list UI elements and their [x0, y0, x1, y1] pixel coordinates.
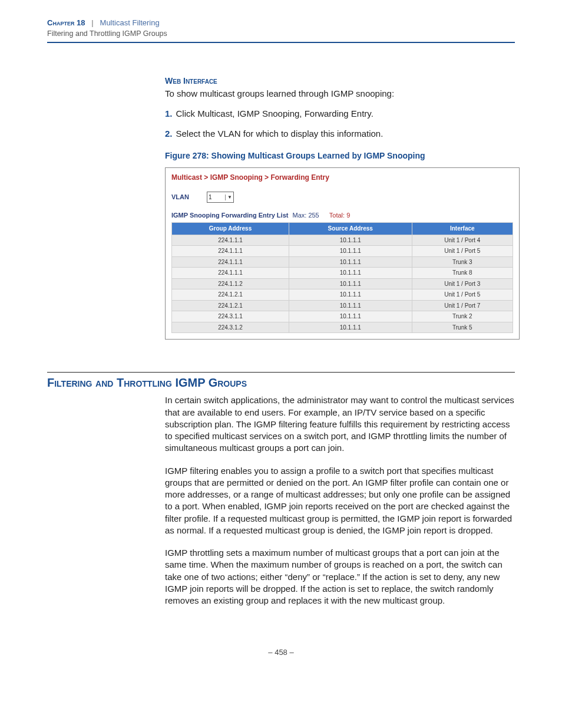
table-cell: 10.1.1.1: [289, 256, 412, 268]
table-cell: Unit 1 / Port 7: [412, 300, 513, 311]
step-2-text: Select the VLAN for which to display thi…: [176, 129, 384, 139]
table-cell: 224.1.1.1: [172, 256, 289, 268]
step-1: 1.Click Multicast, IGMP Snooping, Forwar…: [165, 108, 515, 120]
table-cell: 10.1.1.1: [289, 289, 412, 301]
breadcrumb: Multicast > IGMP Snooping > Forwarding E…: [171, 173, 513, 182]
list-total: Total: 9: [329, 212, 350, 219]
table-cell: 224.1.1.1: [172, 235, 289, 246]
table-cell: 224.1.1.2: [172, 278, 289, 289]
chevron-down-icon: ▼: [225, 195, 232, 201]
chapter-title: Multicast Filtering: [100, 18, 160, 27]
vlan-select-value: 1: [209, 193, 212, 202]
chapter-label: Chapter 18: [47, 18, 85, 27]
col-group: Group Address: [172, 223, 289, 235]
table-cell: Trunk 5: [412, 322, 513, 333]
section-p1: In certain switch applications, the admi…: [165, 394, 515, 454]
table-cell: 10.1.1.1: [289, 311, 412, 322]
table-cell: 10.1.1.1: [289, 322, 412, 333]
table-cell: 224.3.1.2: [172, 322, 289, 333]
table-row: 224.3.1.110.1.1.1Trunk 2: [172, 311, 513, 322]
table-cell: 224.3.1.1: [172, 311, 289, 322]
col-source: Source Address: [289, 223, 412, 235]
table-cell: Unit 1 / Port 4: [412, 235, 513, 246]
col-interface: Interface: [412, 223, 513, 235]
header-rule: [47, 42, 515, 43]
vlan-label: VLAN: [171, 193, 189, 202]
table-row: 224.1.1.110.1.1.1Trunk 3: [172, 256, 513, 268]
table-row: 224.1.1.110.1.1.1Trunk 8: [172, 268, 513, 279]
list-caption: IGMP Snooping Forwarding Entry List Max:…: [171, 211, 513, 220]
table-row: 224.1.1.210.1.1.1Unit 1 / Port 3: [172, 278, 513, 289]
page-number: – 458 –: [47, 648, 515, 657]
list-max: Max: 255: [292, 212, 319, 219]
table-cell: 224.1.1.1: [172, 246, 289, 257]
intro-lead: To show multicast groups learned through…: [165, 88, 515, 100]
table-cell: Trunk 8: [412, 268, 513, 279]
table-cell: 224.1.2.1: [172, 300, 289, 311]
table-cell: Unit 1 / Port 5: [412, 246, 513, 257]
table-cell: Unit 1 / Port 3: [412, 278, 513, 289]
table-cell: 224.1.1.1: [172, 268, 289, 279]
table-cell: Trunk 3: [412, 256, 513, 268]
section-p2: IGMP filtering enables you to assign a p…: [165, 465, 515, 537]
step-2: 2.Select the VLAN for which to display t…: [165, 128, 515, 140]
table-row: 224.3.1.210.1.1.1Trunk 5: [172, 322, 513, 333]
table-cell: 10.1.1.1: [289, 278, 412, 289]
step-1-text: Click Multicast, IGMP Snooping, Forwardi…: [176, 108, 373, 118]
table-cell: Unit 1 / Port 5: [412, 289, 513, 301]
section-rule: [47, 372, 515, 373]
table-cell: Trunk 2: [412, 311, 513, 322]
vlan-select[interactable]: 1 ▼: [207, 192, 234, 203]
steps-list: 1.Click Multicast, IGMP Snooping, Forwar…: [165, 108, 515, 140]
forwarding-entry-panel: Multicast > IGMP Snooping > Forwarding E…: [165, 167, 520, 340]
header-separator: |: [91, 18, 93, 27]
table-cell: 10.1.1.1: [289, 300, 412, 311]
table-row: 224.1.2.110.1.1.1Unit 1 / Port 5: [172, 289, 513, 301]
table-row: 224.1.1.110.1.1.1Unit 1 / Port 5: [172, 246, 513, 257]
section-p3: IGMP throttling sets a maximum number of…: [165, 547, 515, 607]
table-cell: 224.1.2.1: [172, 289, 289, 301]
forwarding-table: Group Address Source Address Interface 2…: [171, 222, 513, 333]
running-header: Chapter 18 | Multicast Filtering Filteri…: [47, 18, 515, 39]
table-row: 224.1.1.110.1.1.1Unit 1 / Port 4: [172, 235, 513, 246]
table-cell: 10.1.1.1: [289, 235, 412, 246]
table-row: 224.1.2.110.1.1.1Unit 1 / Port 7: [172, 300, 513, 311]
figure-caption: Figure 278: Showing Multicast Groups Lea…: [165, 150, 515, 162]
list-label: IGMP Snooping Forwarding Entry List: [171, 212, 288, 219]
table-cell: 10.1.1.1: [289, 246, 412, 257]
chapter-subtitle: Filtering and Throttling IGMP Groups: [47, 29, 167, 38]
section-title: Filtering and Throttling IGMP Groups: [47, 376, 515, 390]
web-interface-heading: Web Interface: [165, 75, 515, 87]
table-cell: 10.1.1.1: [289, 268, 412, 279]
